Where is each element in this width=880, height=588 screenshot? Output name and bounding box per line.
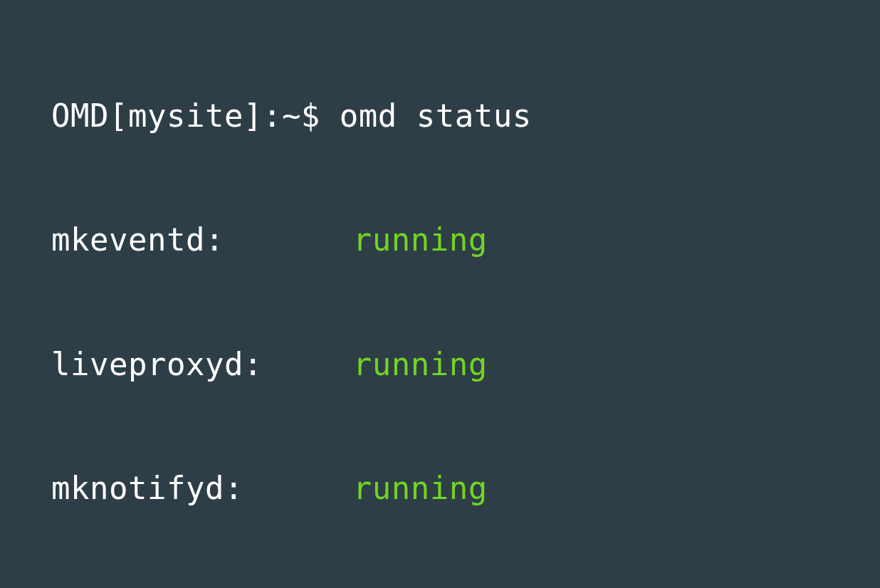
service-status: running xyxy=(353,221,488,258)
service-row: liveproxyd:running xyxy=(51,344,880,385)
service-name: liveproxyd: xyxy=(51,344,353,385)
service-status: running xyxy=(353,470,488,506)
service-name: mkeventd: xyxy=(51,219,353,261)
command-text: omd status xyxy=(340,98,532,134)
service-status: running xyxy=(353,346,488,382)
terminal-output[interactable]: OMD[mysite]:~$ omd status mkeventd:runni… xyxy=(51,13,880,588)
shell-prompt: OMD[mysite]:~$ xyxy=(51,98,340,134)
service-row: mkeventd:running xyxy=(51,219,880,261)
service-row: mknotifyd:running xyxy=(51,468,880,509)
command-line: OMD[mysite]:~$ omd status xyxy=(51,95,880,137)
service-name: mknotifyd: xyxy=(51,468,353,509)
